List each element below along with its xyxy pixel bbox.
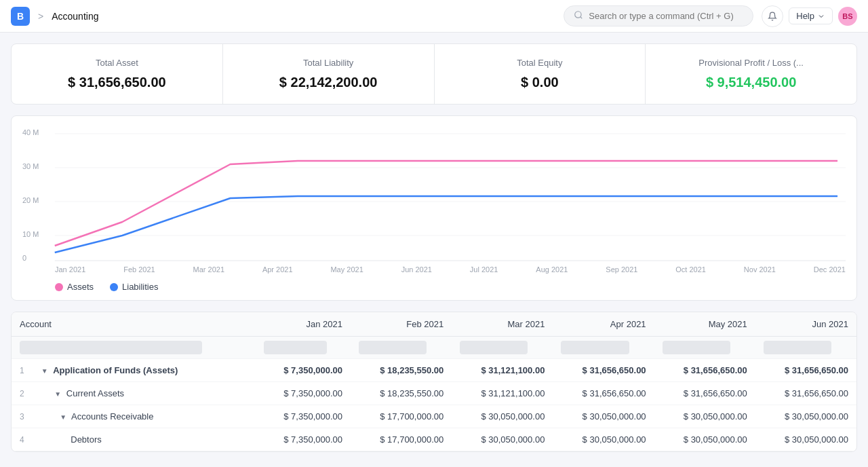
breadcrumb-text: Accounting (52, 11, 98, 22)
col-may2021: May 2021 (654, 312, 755, 337)
row3-apr: $ 30,050,000.00 (553, 405, 654, 428)
svg-text:40 M: 40 M (22, 128, 39, 136)
x-label-dec: Dec 2021 (814, 265, 846, 274)
row-number: 4 (20, 435, 39, 445)
chevron-icon[interactable]: ▼ (60, 413, 66, 421)
row1-feb: $ 18,235,550.00 (351, 359, 452, 382)
accounting-table: Account Jan 2021 Feb 2021 Mar 2021 Apr 2… (12, 312, 856, 451)
x-label-jul: Jul 2021 (470, 265, 498, 274)
row1-jan: $ 7,350,000.00 (256, 359, 351, 382)
row3-may: $ 30,050,000.00 (654, 405, 755, 428)
table-row: 3 ▼ Accounts Receivable $ 7,350,000.00 $… (12, 405, 856, 428)
row1-may: $ 31,656,650.00 (654, 359, 755, 382)
row4-apr: $ 30,050,000.00 (553, 428, 654, 451)
col-account: Account (12, 312, 256, 337)
total-liability-label: Total Liability (239, 58, 418, 68)
main-content: Total Asset $ 31,656,650.00 Total Liabil… (0, 33, 868, 463)
chevron-icon[interactable]: ▼ (41, 367, 48, 375)
row4-jan: $ 7,350,000.00 (256, 428, 351, 451)
chart-svg: 40 M 30 M 20 M 10 M 0 (22, 127, 846, 263)
search-icon (574, 10, 583, 22)
legend-liabilities-label: Liabilities (122, 282, 158, 292)
notification-button[interactable] (762, 5, 783, 27)
chart-legend: Assets Liabilities (22, 276, 846, 292)
row3-label: Accounts Receivable (71, 411, 153, 422)
legend-assets-label: Assets (67, 282, 94, 292)
row3-jan: $ 7,350,000.00 (256, 405, 351, 428)
row2-may: $ 31,656,650.00 (654, 382, 755, 405)
chart-x-labels: Jan 2021 Feb 2021 Mar 2021 Apr 2021 May … (22, 263, 846, 276)
total-asset-value: $ 31,656,650.00 (28, 75, 206, 90)
table-row: 2 ▼ Current Assets $ 7,350,000.00 $ 18,2… (12, 382, 856, 405)
help-button[interactable]: Help (789, 7, 833, 24)
row3-jun: $ 30,050,000.00 (755, 405, 856, 428)
x-label-mar: Mar 2021 (193, 265, 224, 274)
row3-account: 3 ▼ Accounts Receivable (12, 405, 256, 428)
row4-account: 4 Debtors (12, 428, 256, 451)
legend-liabilities-dot (110, 283, 118, 291)
col-jan2021: Jan 2021 (256, 312, 351, 337)
profit-loss-label: Provisional Profit / Loss (... (662, 58, 840, 68)
row1-label: Application of Funds (Assets) (53, 365, 178, 375)
row2-jan: $ 7,350,000.00 (256, 382, 351, 405)
legend-assets-dot (55, 283, 63, 291)
col-jun2021: Jun 2021 (755, 312, 856, 337)
help-label: Help (796, 11, 814, 21)
row1-account: 1 ▼ Application of Funds (Assets) (12, 359, 256, 382)
row3-mar: $ 30,050,000.00 (452, 405, 553, 428)
row1-apr: $ 31,656,650.00 (553, 359, 654, 382)
app-icon[interactable]: B (11, 7, 30, 26)
summary-cards: Total Asset $ 31,656,650.00 Total Liabil… (11, 43, 857, 105)
header-actions: Help BS (762, 5, 857, 27)
svg-text:30 M: 30 M (22, 162, 39, 170)
filter-row (12, 337, 856, 359)
table-row: 4 Debtors $ 7,350,000.00 $ 17,700,000.00… (12, 428, 856, 451)
legend-assets: Assets (55, 282, 94, 292)
total-equity-label: Total Equity (451, 58, 629, 68)
row2-account: 2 ▼ Current Assets (12, 382, 256, 405)
x-label-nov: Nov 2021 (744, 265, 776, 274)
total-liability-value: $ 22,142,200.00 (239, 75, 418, 90)
row4-may: $ 30,050,000.00 (654, 428, 755, 451)
row1-mar: $ 31,121,100.00 (452, 359, 553, 382)
x-label-jun: Jun 2021 (401, 265, 432, 274)
row2-mar: $ 31,121,100.00 (452, 382, 553, 405)
table-header-row: Account Jan 2021 Feb 2021 Mar 2021 Apr 2… (12, 312, 856, 337)
chevron-icon[interactable]: ▼ (54, 390, 61, 398)
x-label-sep: Sep 2021 (606, 265, 637, 274)
search-bar[interactable] (564, 5, 753, 26)
svg-text:0: 0 (22, 254, 26, 262)
col-feb2021: Feb 2021 (351, 312, 452, 337)
col-apr2021: Apr 2021 (553, 312, 654, 337)
x-label-apr: Apr 2021 (262, 265, 293, 274)
row2-label: Current Assets (66, 388, 124, 398)
svg-text:10 M: 10 M (22, 230, 39, 238)
col-mar2021: Mar 2021 (452, 312, 553, 337)
summary-card-total-equity: Total Equity $ 0.00 (435, 44, 646, 104)
profit-loss-value: $ 9,514,450.00 (662, 75, 840, 90)
header: B > Accounting Help BS (0, 0, 868, 33)
row4-jun: $ 30,050,000.00 (755, 428, 856, 451)
total-equity-value: $ 0.00 (451, 75, 629, 90)
row-number: 1 (20, 366, 39, 375)
row4-feb: $ 17,700,000.00 (351, 428, 452, 451)
chart-area: 40 M 30 M 20 M 10 M 0 (11, 115, 857, 301)
row2-feb: $ 18,235,550.00 (351, 382, 452, 405)
row-number: 3 (20, 412, 39, 422)
avatar[interactable]: BS (838, 7, 857, 26)
table-row: 1 ▼ Application of Funds (Assets) $ 7,35… (12, 359, 856, 382)
x-label-may: May 2021 (330, 265, 363, 274)
x-label-aug: Aug 2021 (536, 265, 568, 274)
row-number: 2 (20, 389, 39, 398)
row4-mar: $ 30,050,000.00 (452, 428, 553, 451)
summary-card-total-liability: Total Liability $ 22,142,200.00 (223, 44, 435, 104)
x-label-oct: Oct 2021 (675, 265, 706, 274)
row3-feb: $ 17,700,000.00 (351, 405, 452, 428)
svg-text:20 M: 20 M (22, 196, 39, 204)
x-label-feb: Feb 2021 (123, 265, 155, 274)
table-container: Account Jan 2021 Feb 2021 Mar 2021 Apr 2… (11, 312, 857, 452)
row1-jun: $ 31,656,650.00 (755, 359, 856, 382)
legend-liabilities: Liabilities (110, 282, 158, 292)
search-input[interactable] (589, 11, 743, 21)
breadcrumb-separator: > (38, 11, 43, 22)
